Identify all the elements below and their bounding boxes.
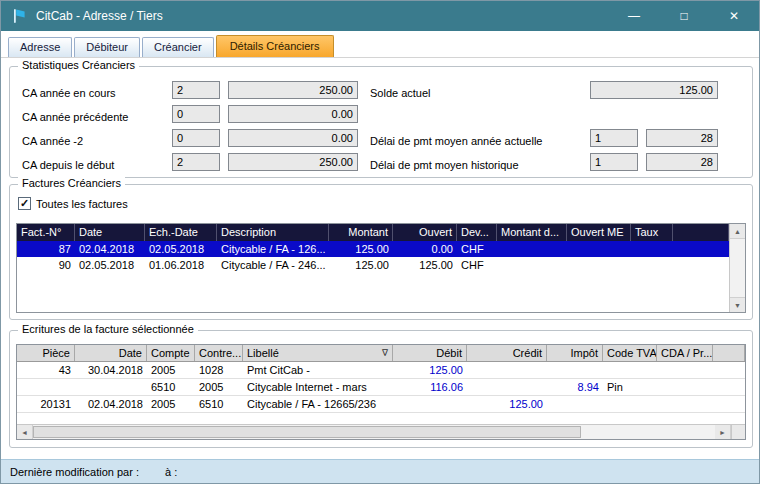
ca-annee-2-count-field[interactable]: 0 (172, 129, 220, 147)
tab-adresse[interactable]: Adresse (8, 37, 72, 57)
tab-creancier[interactable]: Créancier (142, 37, 214, 57)
cell-filler (673, 241, 729, 257)
cell-ouvert-me (567, 257, 631, 273)
minimize-button[interactable]: — (609, 1, 659, 31)
facture-row-87[interactable]: 87 02.04.2018 02.05.2018 Citycable / FA … (17, 241, 729, 257)
label-delai-pmt-historique: Délai de pmt moyen historique (370, 156, 519, 174)
factures-columns: Fact.-N° Date Ech.-Date Description Mont… (17, 224, 729, 312)
factures-vertical-scrollbar[interactable]: ▲ ▼ (729, 224, 745, 312)
column-header-montant[interactable]: Montant (329, 224, 393, 241)
ca-annee-2-amount-field[interactable]: 0.00 (228, 129, 358, 147)
cell-filler (673, 257, 729, 273)
group-ecritures-title: Ecritures de la facture sélectionnée (18, 323, 198, 335)
cell-montant-me (497, 257, 567, 273)
column-header-piece[interactable]: Pièce (17, 345, 75, 361)
delai-historique-jours-field[interactable]: 28 (646, 153, 718, 171)
column-header-fact-no[interactable]: Fact.-N° (17, 224, 75, 241)
toutes-les-factures-checkbox[interactable]: ✓ (18, 197, 31, 210)
column-header-ouvert-me[interactable]: Ouvert ME (567, 224, 631, 241)
column-header-ouvert[interactable]: Ouvert (393, 224, 457, 241)
ca-annee-en-cours-amount-field[interactable]: 250.00 (228, 81, 358, 99)
column-header-impot[interactable]: Impôt (547, 345, 603, 361)
cell-compte: 6510 (147, 379, 195, 395)
cell-debit: 125.00 (393, 362, 467, 378)
cell-description: Citycable / FA - 126... (217, 241, 329, 257)
cell-filler (713, 379, 745, 395)
ca-depuis-le-debut-amount-field[interactable]: 250.00 (228, 153, 358, 171)
column-header-code-tva[interactable]: Code TVA (603, 345, 657, 361)
cell-devise: CHF (457, 257, 497, 273)
cell-compte: 2005 (147, 362, 195, 378)
column-header-date[interactable]: Date (75, 345, 147, 361)
tab-debiteur[interactable]: Débiteur (74, 37, 140, 57)
group-statistiques-creanciers: Statistiques Créanciers CA année en cour… (9, 66, 753, 178)
toutes-les-factures-row: ✓ Toutes les factures (18, 197, 128, 210)
ca-annee-en-cours-count-field[interactable]: 2 (172, 81, 220, 99)
scrollbar-track[interactable] (581, 425, 715, 439)
cell-compte: 2005 (147, 396, 195, 412)
column-header-debit[interactable]: Débit (393, 345, 467, 361)
ecritures-horizontal-scrollbar[interactable]: ◄ ► (17, 424, 745, 439)
cell-credit: 125.00 (467, 396, 547, 412)
cell-fact-no: 87 (17, 241, 75, 257)
column-header-credit[interactable]: Crédit (467, 345, 547, 361)
label-solde-actuel: Solde actuel (370, 84, 431, 102)
cell-cda-pr (657, 379, 713, 395)
label-ca-annee-precedente: CA année précédente (22, 108, 128, 126)
checkmark-icon: ✓ (20, 198, 29, 209)
cell-date (75, 379, 147, 395)
factures-header-row: Fact.-N° Date Ech.-Date Description Mont… (17, 224, 729, 241)
window-title: CitCab - Adresse / Tiers (36, 9, 609, 23)
column-header-devise[interactable]: Dev... (457, 224, 497, 241)
scroll-right-icon[interactable]: ► (715, 425, 731, 439)
cell-credit (467, 362, 547, 378)
ecritures-columns: Pièce Date Compte Contre... ∇ Libellé Dé… (17, 345, 745, 424)
column-header-filler (673, 224, 729, 241)
cell-date: 02.04.2018 (75, 396, 147, 412)
column-header-date[interactable]: Date (75, 224, 145, 241)
ecriture-row-20131[interactable]: 20131 02.04.2018 2005 6510 Citycable / F… (17, 396, 745, 413)
cell-description: Citycable / FA - 246... (217, 257, 329, 273)
scroll-left-icon[interactable]: ◄ (17, 425, 33, 439)
facture-row-90[interactable]: 90 02.05.2018 01.06.2018 Citycable / FA … (17, 257, 729, 273)
column-header-compte[interactable]: Compte (147, 345, 195, 361)
delai-historique-count-field[interactable]: 1 (590, 153, 638, 171)
column-header-ech-date[interactable]: Ech.-Date (145, 224, 217, 241)
ecritures-header-row: Pièce Date Compte Contre... ∇ Libellé Dé… (17, 345, 745, 362)
ca-annee-precedente-count-field[interactable]: 0 (172, 105, 220, 123)
ca-depuis-le-debut-count-field[interactable]: 2 (172, 153, 220, 171)
cell-ech-date: 01.06.2018 (145, 257, 217, 273)
scrollbar-thumb[interactable] (33, 426, 581, 438)
solde-actuel-field[interactable]: 125.00 (590, 81, 718, 99)
delai-annee-actuelle-count-field[interactable]: 1 (590, 129, 638, 147)
ecriture-row-43[interactable]: 43 30.04.2018 2005 1028 Pmt CitCab - 125… (17, 362, 745, 379)
maximize-button[interactable]: □ (659, 1, 709, 31)
factures-table: Fact.-N° Date Ech.-Date Description Mont… (16, 223, 746, 313)
cell-fact-no: 90 (17, 257, 75, 273)
column-header-cda-pr[interactable]: CDA / Pr... (657, 345, 713, 361)
scroll-up-icon[interactable]: ▲ (730, 224, 745, 239)
delai-annee-actuelle-jours-field[interactable]: 28 (646, 129, 718, 147)
column-header-taux[interactable]: Taux (631, 224, 673, 241)
ecriture-row-6510[interactable]: 6510 2005 Citycable Internet - mars 116.… (17, 379, 745, 396)
sort-icon: ∇ (382, 345, 388, 361)
tab-details-creanciers[interactable]: Détails Créanciers (216, 35, 334, 57)
column-header-montant-me[interactable]: Montant d... (497, 224, 567, 241)
ca-annee-precedente-amount-field[interactable]: 0.00 (228, 105, 358, 123)
column-header-contre[interactable]: Contre... (195, 345, 243, 361)
scroll-down-icon[interactable]: ▼ (730, 297, 745, 312)
label-delai-pmt-annee-actuelle: Délai de pmt moyen année actuelle (370, 132, 542, 150)
column-header-libelle[interactable]: ∇ Libellé (243, 345, 393, 361)
column-header-description[interactable]: Description (217, 224, 329, 241)
status-last-modified-label: Dernière modification par : (10, 466, 139, 478)
toutes-les-factures-label[interactable]: Toutes les factures (36, 198, 128, 210)
titlebar[interactable]: CitCab - Adresse / Tiers — □ ✕ (1, 1, 759, 31)
cell-filler (713, 362, 745, 378)
cell-date: 02.04.2018 (75, 241, 145, 257)
tabbar: Adresse Débiteur Créancier Détails Créan… (1, 31, 759, 58)
column-header-libelle-label: Libellé (247, 347, 279, 359)
close-button[interactable]: ✕ (709, 1, 759, 31)
label-ca-annee-2: CA année -2 (22, 132, 83, 150)
cell-devise: CHF (457, 241, 497, 257)
cell-date: 30.04.2018 (75, 362, 147, 378)
